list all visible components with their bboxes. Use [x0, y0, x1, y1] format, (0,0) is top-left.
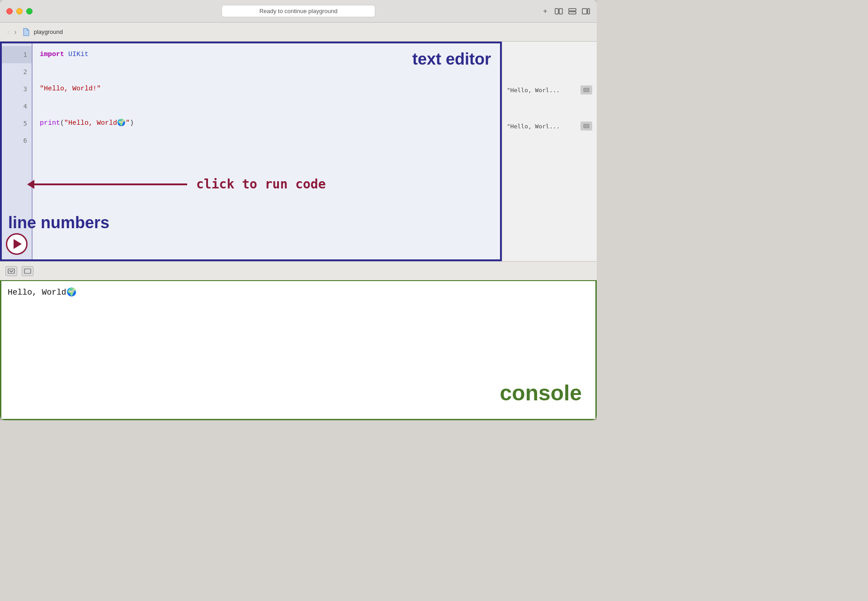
- nav-arrows: ‹ ›: [5, 27, 19, 37]
- svg-rect-3: [569, 12, 576, 14]
- keyword-uikit: UIKit: [68, 46, 89, 63]
- main-content: 1 2 3 4 5 6 import UIKit: [0, 42, 597, 261]
- titlebar-right: +: [541, 7, 590, 16]
- ready-status: Ready to continue playground: [222, 5, 375, 17]
- layout1-button[interactable]: [554, 7, 563, 16]
- play-icon: [14, 239, 22, 249]
- code-line-4: [40, 98, 500, 115]
- inspector-toggle-button[interactable]: [22, 266, 33, 276]
- svg-rect-8: [8, 269, 14, 273]
- svg-rect-7: [584, 124, 589, 128]
- back-button[interactable]: ‹: [5, 27, 11, 37]
- sidebar-results: "Hello, Worl... "Hello, Worl...: [502, 42, 597, 261]
- svg-rect-1: [559, 9, 562, 14]
- titlebar-center: Ready to continue playground: [222, 5, 375, 17]
- minimize-button[interactable]: [16, 8, 23, 14]
- result-show-button-1[interactable]: [580, 85, 592, 94]
- svg-rect-6: [584, 88, 589, 92]
- keyword-import: import: [40, 46, 64, 63]
- close-button[interactable]: [6, 8, 13, 14]
- result-item-1: "Hello, Worl...: [505, 81, 594, 99]
- result-text-2: "Hello, Worl...: [507, 123, 560, 130]
- console-annotation: console: [500, 380, 582, 405]
- code-line-5: print("Hello, World🌍"): [40, 115, 500, 132]
- filename-label: playground: [34, 28, 63, 35]
- console-pane: Hello, World🌍 console: [0, 280, 597, 420]
- bottom-toolbar: [0, 261, 597, 280]
- result-show-button-2[interactable]: [580, 122, 592, 131]
- line-num-2: 2: [2, 63, 32, 80]
- code-editor[interactable]: import UIKit "Hello, World!" print("Hell…: [33, 43, 500, 259]
- code-line-2: [40, 63, 500, 80]
- svg-rect-4: [582, 9, 587, 14]
- console-output: Hello, World🌍: [1, 281, 595, 304]
- code-line-1: import UIKit: [40, 46, 500, 63]
- console-toggle-button[interactable]: [5, 266, 17, 276]
- forward-button[interactable]: ›: [12, 27, 18, 37]
- run-button[interactable]: [6, 233, 28, 255]
- code-line-6: [40, 132, 500, 149]
- paren-close: ): [130, 115, 134, 132]
- layout3-button[interactable]: [581, 7, 590, 16]
- code-line-3: "Hello, World!": [40, 80, 500, 98]
- titlebar: Ready to continue playground +: [0, 0, 597, 23]
- line-num-1: 1: [2, 46, 32, 63]
- line-num-3: 3: [2, 80, 32, 98]
- string-hello-world: "Hello, World!": [40, 80, 101, 98]
- keyword-print: print: [40, 115, 60, 132]
- maximize-button[interactable]: [26, 8, 33, 14]
- editor-inner: 1 2 3 4 5 6 import UIKit: [2, 43, 500, 259]
- line-num-5: 5: [2, 115, 32, 132]
- line-num-6: 6: [2, 132, 32, 149]
- layout2-button[interactable]: [568, 7, 577, 16]
- line-numbers-gutter: 1 2 3 4 5 6: [2, 43, 33, 259]
- svg-rect-5: [588, 9, 590, 14]
- svg-rect-9: [24, 269, 31, 273]
- file-icon: [22, 28, 30, 36]
- string-hello-world-emoji: "Hello, World🌍": [64, 115, 130, 132]
- result-item-2: "Hello, Worl...: [505, 117, 594, 135]
- svg-rect-2: [569, 9, 576, 11]
- add-tab-button[interactable]: +: [541, 7, 550, 16]
- editor-pane: 1 2 3 4 5 6 import UIKit: [0, 42, 502, 261]
- svg-rect-0: [555, 9, 558, 14]
- navbar: ‹ › playground: [0, 23, 597, 42]
- traffic-lights: [6, 8, 33, 14]
- paren-open: (: [60, 115, 64, 132]
- main-window: Ready to continue playground +: [0, 0, 597, 420]
- line-num-4: 4: [2, 98, 32, 115]
- result-text-1: "Hello, Worl...: [507, 87, 560, 94]
